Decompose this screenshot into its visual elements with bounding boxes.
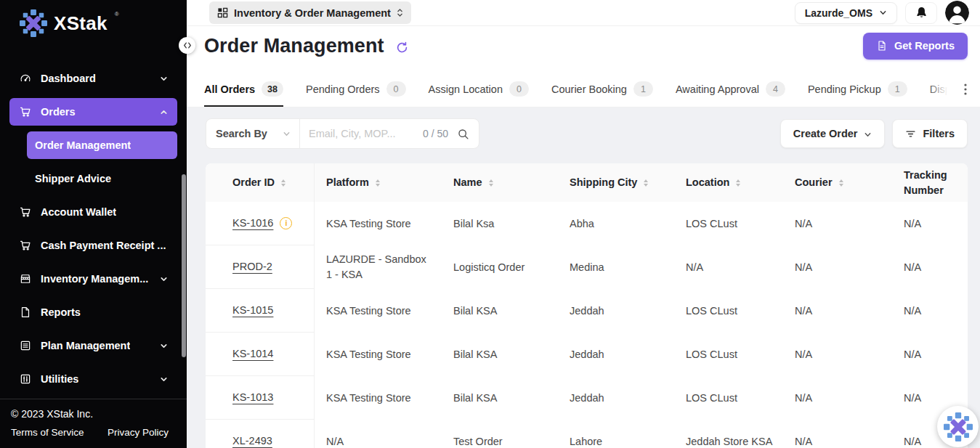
sidebar-item-utilities[interactable]: Utilities [9,365,177,393]
sidebar-item-dashboard[interactable]: Dashboard [9,65,177,92]
cell-order-id: KS-1014 [206,333,315,376]
cell-courier: N/A [783,202,892,245]
column-header-platform[interactable]: Platform [315,163,442,202]
cell-shipping-city: Abha [558,202,674,245]
xstak-widget-icon [944,412,973,441]
sidebar-item-reports[interactable]: Reports [9,298,177,326]
column-header-courier[interactable]: Courier [783,163,892,202]
user-avatar[interactable] [945,1,969,25]
sort-icon[interactable] [376,179,380,187]
order-id-link[interactable]: KS-1015 [232,303,273,318]
app-switcher[interactable]: Inventory & Order Management [209,1,411,24]
sidebar-item-shipper-advice[interactable]: Shipper Advice [27,165,177,192]
xstak-logo-icon [20,9,47,37]
get-reports-label: Get Reports [894,40,955,52]
cell-courier: N/A [783,420,892,448]
filters-label: Filters [923,128,955,139]
sidebar-scrollbar[interactable] [182,174,186,357]
privacy-policy-link[interactable]: Privacy Policy [108,427,169,438]
tab-count-badge: 38 [262,81,283,97]
column-header-order-id[interactable]: Order ID [206,163,315,202]
cart-icon [19,105,32,118]
sidebar-collapse-button[interactable] [179,37,195,54]
chevron-up-icon [160,108,168,116]
cell-shipping-city: Medina [558,245,674,289]
report-file-icon [876,40,888,52]
sidebar-item-label: Orders [41,106,76,118]
sidebar-item-order-management[interactable]: Order Management [27,131,177,159]
sidebar-item-label: Inventory Managem... [41,273,148,285]
tenant-selector[interactable]: Lazurde_OMS [795,2,897,24]
table-row: KS-1013 KSA Testing Store Bilal KSA Jedd… [206,376,968,420]
notifications-button[interactable] [905,2,937,24]
refresh-button[interactable] [395,41,409,54]
cell-location: Jeddah Store KSA [674,420,783,448]
cell-order-id: PROD-2 [206,245,315,289]
info-icon[interactable]: i [280,217,292,229]
chevron-down-icon [160,275,168,283]
tab-label: Pending Pickup [808,84,881,95]
search-by-label: Search By [216,128,267,139]
order-id-link[interactable]: XL-2493 [232,433,272,448]
column-label: Courier [795,175,833,190]
logo-text: XStak [54,9,108,37]
search-box: Search By 0 / 50 [206,118,479,149]
column-header-shipping-city[interactable]: Shipping City [558,163,674,202]
column-header-location[interactable]: Location [674,163,783,202]
order-id-link[interactable]: KS-1013 [232,390,273,405]
order-id-link[interactable]: KS-1014 [232,346,273,362]
sort-icon[interactable] [839,179,843,187]
sort-icon[interactable] [736,179,740,187]
sort-icon[interactable] [281,179,286,187]
sidebar-item-inventory-managem[interactable]: Inventory Managem... [9,265,177,293]
column-label: Order ID [232,175,275,190]
column-header-tracking-number[interactable]: Tracking Number [892,163,968,202]
tab-all-orders[interactable]: All Orders 38 [204,81,283,107]
tab-courier-booking[interactable]: Courier Booking 1 [551,81,653,107]
search-input[interactable] [300,128,423,139]
get-reports-button[interactable]: Get Reports [863,33,968,60]
tab-pending-orders[interactable]: Pending Orders 0 [306,81,406,107]
cell-tracking-number: N/A [892,202,968,245]
sidebar-item-plan-management[interactable]: Plan Management [9,332,177,359]
column-label: Platform [326,175,369,190]
toolbar: Search By 0 / 50 Create Order [206,118,968,149]
filters-button[interactable]: Filters [892,119,968,148]
dashboard-icon [19,72,32,85]
tab-count-badge: 0 [386,81,406,97]
tab-awaiting-approval[interactable]: Awaiting Approval 4 [676,81,785,107]
tab-label: Dispatched [930,84,958,95]
sort-icon[interactable] [489,179,493,187]
column-header-name[interactable]: Name [442,163,558,202]
apps-grid-icon [217,7,228,18]
sidebar-footer: © 2023 XStak Inc. Terms of Service Priva… [0,399,187,448]
tab-dispatched[interactable]: Dispatched 0 [930,81,958,107]
sort-icon[interactable] [644,179,648,187]
tab-pending-pickup[interactable]: Pending Pickup 1 [808,81,907,107]
sidebar-item-label: Reports [41,306,81,318]
main-area: Inventory & Order Management Lazurde_OMS… [187,0,980,448]
cell-tracking-number: N/A [892,245,968,289]
sidebar-nav: Dashboard Orders Order Management Shippe… [0,65,187,399]
order-id-link[interactable]: PROD-2 [232,259,272,274]
create-order-button[interactable]: Create Order [780,119,886,148]
search-by-dropdown[interactable]: Search By [206,119,299,148]
chat-widget-button[interactable] [937,406,979,447]
tab-assign-location[interactable]: Assign Location 0 [429,81,529,107]
more-vertical-icon [964,84,967,95]
sidebar-item-cash-payment-receipt[interactable]: Cash Payment Receipt ... [9,232,177,259]
sidebar-item-label: Account Wallet [41,206,116,218]
search-icon[interactable] [457,128,469,140]
more-tabs-button[interactable] [958,84,971,107]
sidebar-item-orders[interactable]: Orders [9,98,177,126]
filter-lines-icon [905,129,916,139]
sidebar-item-account-wallet[interactable]: Account Wallet [9,198,177,226]
char-counter: 0 / 50 [423,128,448,139]
cell-platform: LAZURDE - Sandbox 1 - KSA [315,245,442,289]
cell-name: Bilal KSA [442,376,558,420]
sliders-icon [19,372,32,386]
topbar: Inventory & Order Management Lazurde_OMS [187,0,980,26]
terms-of-service-link[interactable]: Terms of Service [11,427,84,438]
tab-label: Awaiting Approval [676,84,759,95]
order-id-link[interactable]: KS-1016 [232,216,273,231]
